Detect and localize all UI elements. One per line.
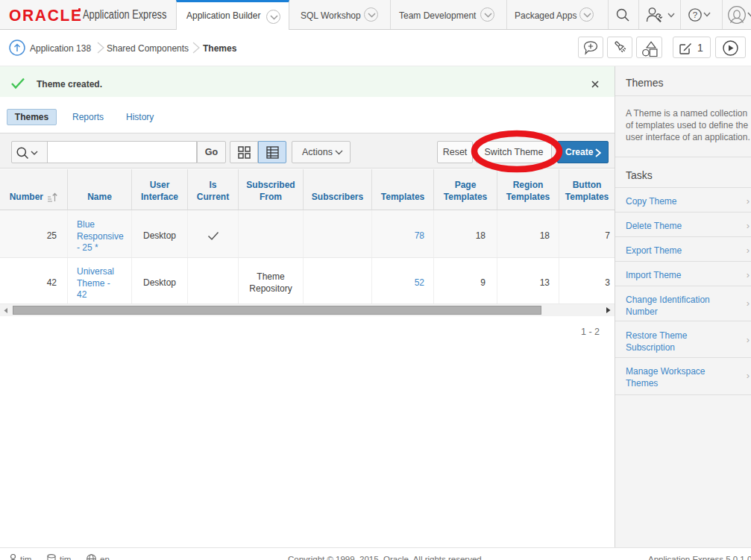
svg-text:?: ? (693, 10, 697, 19)
